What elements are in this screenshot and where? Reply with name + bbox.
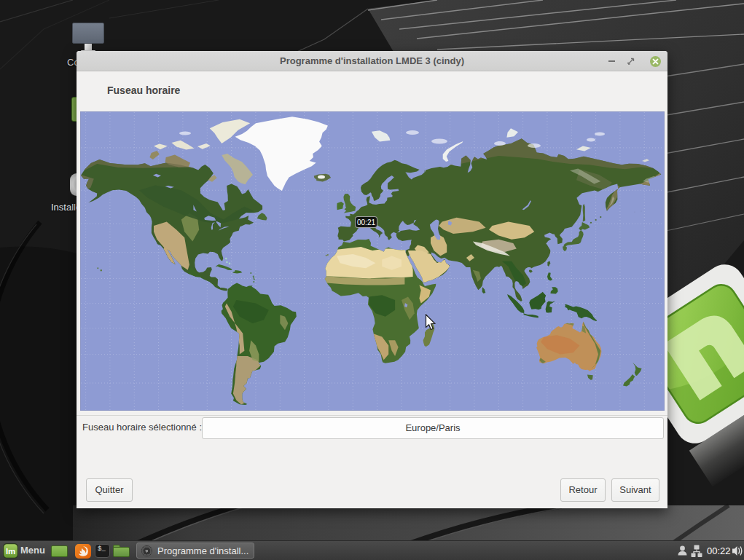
svg-text:lm: lm [6,547,15,556]
svg-text:00:22: 00:22 [707,545,731,556]
